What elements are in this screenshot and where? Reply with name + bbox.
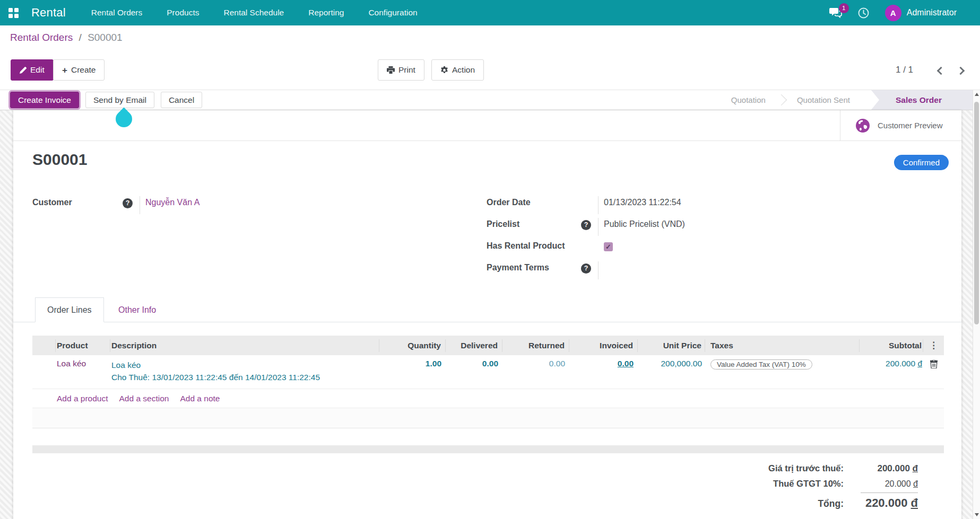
print-button-label: Print bbox=[398, 65, 415, 75]
column-unit-price[interactable]: Unit Price bbox=[638, 339, 705, 352]
field-label: Order Date bbox=[487, 196, 581, 207]
edit-button[interactable]: Edit bbox=[11, 59, 54, 81]
row-returned: 0.00 bbox=[502, 359, 569, 384]
column-subtotal[interactable]: Subtotal bbox=[860, 339, 923, 352]
tax-value: 20.000 đ bbox=[844, 479, 918, 489]
column-options-icon[interactable]: ⋮ bbox=[923, 339, 944, 352]
nav-item-rental-schedule[interactable]: Rental Schedule bbox=[223, 8, 284, 17]
pager-next-icon[interactable] bbox=[957, 67, 965, 75]
column-taxes[interactable]: Taxes bbox=[705, 339, 860, 352]
step-quotation-sent[interactable]: Quotation Sent bbox=[783, 90, 864, 110]
printer-icon bbox=[387, 66, 395, 74]
payment-terms-value bbox=[598, 261, 858, 279]
field-label: Payment Terms bbox=[487, 261, 581, 272]
tab-other-info[interactable]: Other Info bbox=[107, 297, 168, 322]
cancel-button[interactable]: Cancel bbox=[161, 92, 202, 108]
scrollbar-thumb[interactable] bbox=[974, 102, 979, 324]
trash-icon[interactable] bbox=[930, 361, 938, 370]
row-description-line1: Loa kéo bbox=[111, 359, 379, 371]
step-quotation[interactable]: Quotation bbox=[717, 90, 779, 110]
messages-icon[interactable]: 1 bbox=[829, 7, 842, 18]
breadcrumb-separator: / bbox=[79, 32, 82, 43]
messages-count-badge: 1 bbox=[839, 3, 849, 13]
column-invoiced[interactable]: Invoiced bbox=[569, 339, 638, 352]
action-button[interactable]: Action bbox=[431, 59, 484, 81]
breadcrumb-parent[interactable]: Rental Orders bbox=[10, 32, 73, 43]
nav-menu: Rental Orders Products Rental Schedule R… bbox=[91, 8, 418, 17]
pager-count: 1 / 1 bbox=[896, 65, 913, 75]
grand-total-value: 220.000 đ bbox=[844, 496, 918, 510]
globe-icon bbox=[855, 118, 870, 133]
field-label: Customer bbox=[32, 196, 123, 207]
vertical-scrollbar[interactable] bbox=[973, 90, 980, 519]
activities-clock-icon[interactable] bbox=[858, 7, 869, 19]
row-unit-price: 200,000.00 bbox=[638, 359, 705, 384]
avatar[interactable]: A bbox=[885, 5, 901, 21]
help-icon[interactable]: ? bbox=[581, 220, 591, 230]
step-sales-order[interactable]: Sales Order bbox=[871, 90, 973, 110]
customer-preview-button[interactable]: Customer Preview bbox=[840, 110, 961, 140]
field-customer: Customer ? Nguyễn Văn A bbox=[32, 196, 372, 218]
pencil-icon bbox=[20, 67, 27, 74]
column-description[interactable]: Description bbox=[110, 339, 379, 352]
column-product[interactable]: Product bbox=[56, 339, 110, 352]
scroll-down-icon[interactable] bbox=[973, 511, 980, 519]
tax-total-row: Thuế GTGT 10%: 20.000 đ bbox=[768, 479, 918, 489]
field-has-rental-product: Has Rental Product ✓ bbox=[487, 240, 858, 261]
page-title: S00001 bbox=[32, 151, 87, 169]
grand-total-row: Tổng: 220.000 đ bbox=[768, 496, 918, 510]
pager-previous-icon[interactable] bbox=[937, 67, 946, 75]
customer-preview-label: Customer Preview bbox=[878, 121, 943, 130]
statusbar: Create Invoice Send by Email Cancel Quot… bbox=[0, 90, 973, 110]
app-brand[interactable]: Rental bbox=[31, 6, 66, 20]
column-quantity[interactable]: Quantity bbox=[379, 339, 446, 352]
pricelist-value: Public Pricelist (VND) bbox=[598, 218, 858, 236]
column-returned[interactable]: Returned bbox=[502, 339, 569, 352]
print-button[interactable]: Print bbox=[378, 59, 424, 81]
table-footer-links: Add a product Add a section Add a note bbox=[32, 389, 944, 408]
help-icon[interactable]: ? bbox=[123, 198, 133, 208]
plus-icon: + bbox=[62, 66, 67, 75]
scroll-up-icon[interactable] bbox=[973, 90, 980, 99]
untaxed-value: 200.000 đ bbox=[844, 463, 918, 474]
field-order-date: Order Date 01/13/2023 11:22:54 bbox=[487, 196, 858, 218]
create-button[interactable]: + Create bbox=[53, 59, 105, 81]
divider bbox=[13, 140, 961, 141]
row-subtotal: 200.000 đ bbox=[860, 359, 923, 384]
column-handle bbox=[32, 339, 56, 352]
row-product-link[interactable]: Loa kéo bbox=[57, 359, 86, 368]
status-badge: Confirmed bbox=[894, 155, 949, 170]
section-separator bbox=[32, 445, 944, 453]
create-button-label: Create bbox=[71, 65, 96, 75]
apps-grid-icon[interactable] bbox=[8, 8, 19, 18]
row-invoiced-link[interactable]: 0.00 bbox=[618, 359, 634, 368]
send-by-email-button[interactable]: Send by Email bbox=[85, 92, 154, 108]
user-menu[interactable]: A Administrator bbox=[885, 5, 957, 21]
table-row[interactable]: Loa kéo Loa kéo Cho Thuê: 13/01/2023 11:… bbox=[32, 355, 944, 389]
tab-order-lines[interactable]: Order Lines bbox=[35, 297, 104, 322]
nav-item-reporting[interactable]: Reporting bbox=[308, 8, 344, 17]
grand-total-label: Tổng: bbox=[818, 498, 844, 509]
row-tax-tag[interactable]: Value Added Tax (VAT) 10% bbox=[710, 359, 812, 370]
row-delete[interactable] bbox=[923, 359, 944, 384]
column-delivered[interactable]: Delivered bbox=[446, 339, 502, 352]
create-invoice-button[interactable]: Create Invoice bbox=[10, 92, 79, 108]
field-label: Has Rental Product bbox=[487, 240, 581, 251]
order-lines-table: Product Description Quantity Delivered R… bbox=[32, 336, 944, 453]
untaxed-total-row: Giá trị trước thuế: 200.000 đ bbox=[768, 463, 918, 474]
field-label: Pricelist bbox=[487, 218, 581, 229]
nav-item-configuration[interactable]: Configuration bbox=[368, 8, 417, 17]
nav-item-rental-orders[interactable]: Rental Orders bbox=[91, 8, 142, 17]
has-rental-product-checkbox[interactable]: ✓ bbox=[604, 242, 613, 251]
help-icon[interactable]: ? bbox=[581, 263, 591, 274]
row-description-line2: Cho Thuê: 13/01/2023 11:22:45 đến 14/01/… bbox=[111, 371, 379, 383]
nav-item-products[interactable]: Products bbox=[167, 8, 199, 17]
user-name: Administrator bbox=[907, 8, 957, 17]
add-a-section-link[interactable]: Add a section bbox=[119, 394, 169, 403]
customer-value-link[interactable]: Nguyễn Văn A bbox=[145, 198, 200, 207]
form-sheet: Customer Preview S00001 Confirmed Custom… bbox=[13, 110, 961, 519]
empty-table-row bbox=[32, 408, 944, 428]
add-a-note-link[interactable]: Add a note bbox=[180, 394, 220, 403]
add-a-product-link[interactable]: Add a product bbox=[57, 394, 108, 403]
notebook-tabs: Order Lines Other Info bbox=[13, 298, 961, 322]
